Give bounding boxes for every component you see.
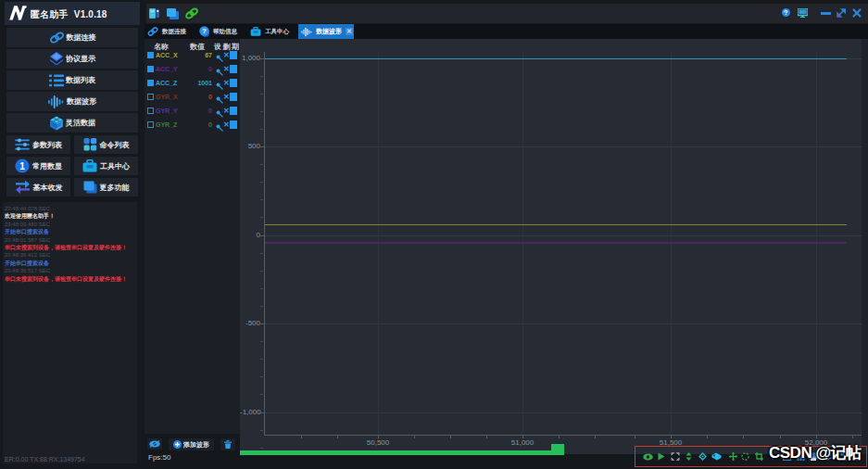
- svg-text:1: 1: [19, 161, 25, 171]
- svg-text:?: ?: [202, 27, 207, 35]
- svg-text:?: ?: [785, 9, 788, 16]
